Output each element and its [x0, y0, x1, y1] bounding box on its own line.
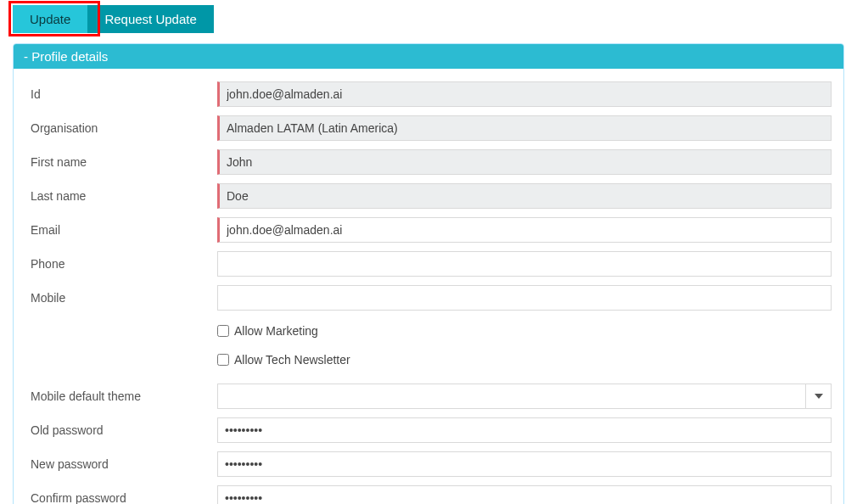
phone-field[interactable] — [217, 251, 832, 277]
allow-marketing-checkbox[interactable]: Allow Marketing — [217, 324, 318, 338]
new-password-field[interactable] — [217, 451, 832, 477]
update-button[interactable]: Update — [13, 5, 87, 33]
theme-value[interactable] — [217, 384, 806, 409]
allow-marketing-label: Allow Marketing — [234, 324, 318, 338]
confirm-password-label: Confirm password — [25, 491, 217, 504]
email-field[interactable] — [217, 217, 832, 243]
profile-panel: Profile details Id Organisation First na… — [13, 43, 844, 504]
id-label: Id — [25, 87, 217, 101]
id-field[interactable] — [217, 81, 832, 107]
theme-select[interactable] — [217, 384, 832, 409]
confirm-password-field[interactable] — [217, 485, 832, 504]
organisation-label: Organisation — [25, 121, 217, 135]
mobile-field[interactable] — [217, 285, 832, 311]
mobile-label: Mobile — [25, 291, 217, 305]
last-name-field[interactable] — [217, 183, 832, 209]
request-update-button[interactable]: Request Update — [87, 5, 213, 33]
toolbar: Update Request Update — [13, 5, 844, 33]
last-name-label: Last name — [25, 189, 217, 203]
chevron-down-icon[interactable] — [806, 384, 832, 409]
panel-body: Id Organisation First name Last name Ema… — [14, 69, 843, 504]
first-name-field[interactable] — [217, 149, 832, 175]
phone-label: Phone — [25, 257, 217, 271]
email-label: Email — [25, 223, 217, 237]
old-password-field[interactable] — [217, 417, 832, 443]
theme-label: Mobile default theme — [25, 389, 217, 403]
old-password-label: Old password — [25, 423, 217, 437]
new-password-label: New password — [25, 457, 217, 471]
panel-header[interactable]: Profile details — [14, 44, 843, 69]
allow-newsletter-checkbox[interactable]: Allow Tech Newsletter — [217, 353, 350, 367]
organisation-field[interactable] — [217, 115, 832, 141]
first-name-label: First name — [25, 155, 217, 169]
allow-newsletter-label: Allow Tech Newsletter — [234, 353, 350, 367]
